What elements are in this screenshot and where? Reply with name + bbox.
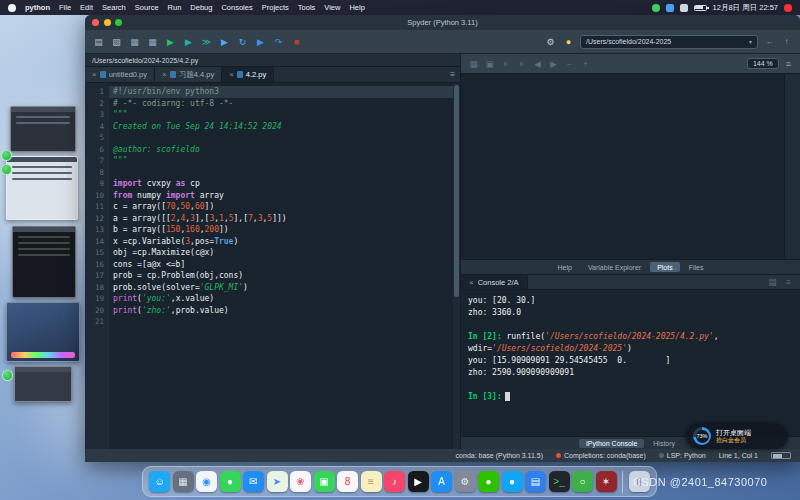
zoom-in-icon[interactable]: + <box>579 59 592 69</box>
plots-options-menu-icon[interactable]: ≡ <box>783 59 794 69</box>
copy-plot-icon[interactable]: ▣ <box>483 59 496 69</box>
wechat-floating-icon[interactable] <box>1 150 12 161</box>
desktop-window-thumbnail[interactable] <box>14 366 72 402</box>
dock-appstore[interactable]: A <box>431 471 452 492</box>
close-console-icon[interactable]: × <box>469 278 474 287</box>
run-selection-icon[interactable]: ▶ <box>217 34 232 50</box>
meeting-status-icon[interactable] <box>652 4 660 12</box>
run-cell-icon[interactable]: ▶ <box>181 34 196 50</box>
code-line[interactable]: Created on Tue Sep 24 14:14:52 2024 <box>113 121 460 133</box>
close-tab-icon[interactable]: × <box>92 70 97 79</box>
code-line[interactable]: import cvxpy as cp <box>113 178 460 190</box>
code-line[interactable]: #!/usr/bin/env python3 <box>109 86 460 98</box>
dock-wechat[interactable]: ● <box>478 471 499 492</box>
code-line[interactable]: prob.solve(solver='GLPK_MI') <box>113 282 460 294</box>
preferences-icon[interactable]: ⚙ <box>543 34 558 50</box>
plots-canvas[interactable] <box>461 74 800 260</box>
menu-search[interactable]: Search <box>102 3 126 12</box>
editor-tab[interactable]: ×4.2.py <box>222 67 274 82</box>
code-line[interactable]: b = array([150,160,200]) <box>113 224 460 236</box>
dock-facetime[interactable]: ▣ <box>314 471 335 492</box>
dock-mail[interactable]: ✉ <box>243 471 264 492</box>
pane-tab-variable-explorer[interactable]: Variable Explorer <box>581 262 648 272</box>
debug-icon[interactable]: ▶ <box>253 34 268 50</box>
open-file-icon[interactable]: ▧ <box>109 34 124 50</box>
dock-tencent-docs[interactable]: ▤ <box>525 471 546 492</box>
desktop-window-thumbnail[interactable] <box>12 226 76 298</box>
back-icon[interactable]: ← <box>762 34 777 50</box>
apple-menu-icon[interactable] <box>8 4 16 12</box>
code-line[interactable] <box>113 316 460 328</box>
env-indicator-icon[interactable]: ● <box>561 34 576 50</box>
notification-badge[interactable] <box>784 4 792 12</box>
step-over-icon[interactable]: ↷ <box>271 34 286 50</box>
menu-projects[interactable]: Projects <box>262 3 289 12</box>
code-line[interactable]: print('zho:',prob.value) <box>113 305 460 317</box>
dock-calendar[interactable]: 8 <box>337 471 358 492</box>
remove-plot-icon[interactable]: × <box>499 59 512 69</box>
dock-anaconda[interactable]: ○ <box>572 471 593 492</box>
tab-ipython-console[interactable]: IPython Console <box>579 439 644 448</box>
new-file-icon[interactable]: ▤ <box>91 34 106 50</box>
dock-settings[interactable]: ⚙ <box>455 471 476 492</box>
working-directory-box[interactable]: /Users/scofieldo/2024-2025 ▾ <box>580 35 758 49</box>
editor-tab[interactable]: ×untitled0.py <box>85 67 155 82</box>
menu-debug[interactable]: Debug <box>190 3 212 12</box>
inspect-icon[interactable]: ▤ <box>766 277 779 287</box>
save-all-icon[interactable]: ▦ <box>145 34 160 50</box>
active-app-name[interactable]: python <box>25 3 50 12</box>
dock-photos[interactable]: ❀ <box>290 471 311 492</box>
wechat-floating-icon[interactable] <box>1 164 12 175</box>
menu-run[interactable]: Run <box>168 3 182 12</box>
zoom-out-icon[interactable]: − <box>563 59 576 69</box>
dock-notes[interactable]: ≡ <box>361 471 382 492</box>
conda-env-status[interactable]: conda: base (Python 3.11.5) <box>456 452 543 459</box>
code-line[interactable] <box>113 167 460 179</box>
stop-icon[interactable]: ■ <box>289 34 304 50</box>
parent-directory-icon[interactable]: ↑ <box>779 34 794 50</box>
dock-terminal[interactable]: >_ <box>549 471 570 492</box>
menu-source[interactable]: Source <box>135 3 159 12</box>
dock-messages[interactable]: ● <box>220 471 241 492</box>
options-menu-icon[interactable]: ≡ <box>782 277 795 287</box>
menubar-clock[interactable]: 12月8日 周日 22:57 <box>713 3 778 13</box>
code-line[interactable]: c = array([70,50,60]) <box>113 201 460 213</box>
save-icon[interactable]: ▦ <box>127 34 142 50</box>
pane-tab-files[interactable]: Files <box>682 262 711 272</box>
battery-icon[interactable] <box>694 5 707 11</box>
ipython-console[interactable]: you: [20. 30.]zho: 3360.0In [2]: runfile… <box>461 290 800 436</box>
close-tab-icon[interactable]: × <box>162 70 167 79</box>
dock-launchpad[interactable]: ▦ <box>173 471 194 492</box>
tabs-menu-icon[interactable]: ≡ <box>445 67 460 82</box>
input-method-icon[interactable] <box>680 4 688 12</box>
plots-zoom-level[interactable]: 144 % <box>747 58 779 69</box>
menu-view[interactable]: View <box>324 3 340 12</box>
menu-consoles[interactable]: Consoles <box>221 3 252 12</box>
menu-help[interactable]: Help <box>349 3 364 12</box>
plots-thumbnail-strip[interactable] <box>784 74 800 259</box>
run-cell-advance-icon[interactable]: ≫ <box>199 34 214 50</box>
close-tab-icon[interactable]: × <box>229 70 234 79</box>
desktop-window-thumbnail[interactable] <box>6 302 80 362</box>
dock-maps[interactable]: ➤ <box>267 471 288 492</box>
menu-tools[interactable]: Tools <box>298 3 316 12</box>
pane-tab-help[interactable]: Help <box>551 262 579 272</box>
code-line[interactable] <box>113 132 460 144</box>
code-line[interactable]: @author: scofieldo <box>113 144 460 156</box>
wechat-floating-icon[interactable] <box>2 370 13 381</box>
dock-finder[interactable]: ☺ <box>149 471 170 492</box>
path-dropdown-caret[interactable]: ▾ <box>749 38 752 45</box>
dock-safari[interactable]: ◉ <box>196 471 217 492</box>
code-editor[interactable]: 123456789101112131415161718192021 #!/usr… <box>85 83 460 449</box>
run-icon[interactable]: ▶ <box>163 34 178 50</box>
code-line[interactable]: a = array([[2,4,3],[3,1,5],[7,3,5]]) <box>113 213 460 225</box>
window-titlebar[interactable]: Spyder (Python 3.11) <box>85 15 800 30</box>
dock-music[interactable]: ♪ <box>384 471 405 492</box>
code-line[interactable]: """ <box>113 155 460 167</box>
code-line[interactable]: print('you:',x.value) <box>113 293 460 305</box>
desktop-window-thumbnail[interactable] <box>10 106 76 152</box>
editor-tab[interactable]: ×习题4.4.py <box>155 67 222 82</box>
code-line[interactable]: x =cp.Variable(3,pos=True) <box>113 236 460 248</box>
menu-file[interactable]: File <box>59 3 71 12</box>
scrollbar-thumb[interactable] <box>454 85 459 297</box>
